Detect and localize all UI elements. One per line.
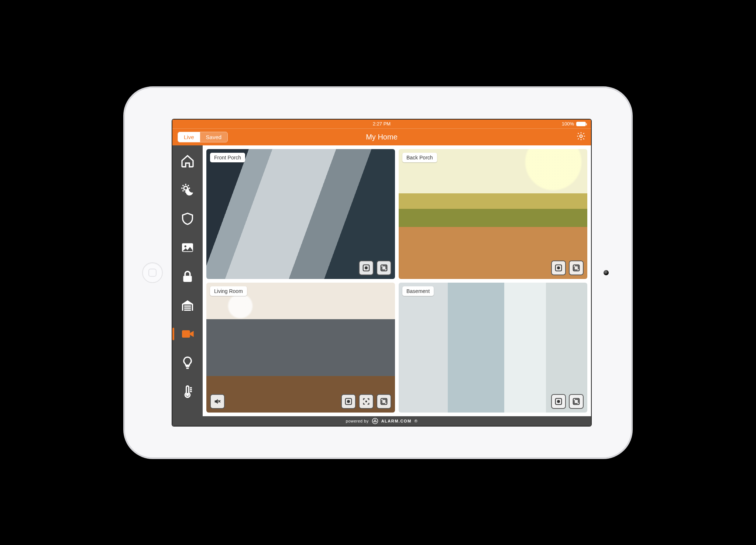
live-saved-segmented: Live Saved <box>178 132 228 142</box>
lightbulb-icon <box>180 355 195 370</box>
expand-button[interactable] <box>377 394 391 409</box>
camera-controls <box>359 261 391 275</box>
record-icon <box>362 264 370 272</box>
status-time: 2:27 PM <box>373 121 391 127</box>
mute-button[interactable] <box>210 394 225 409</box>
svg-rect-4 <box>183 276 192 282</box>
svg-point-14 <box>557 266 560 269</box>
expand-icon <box>572 397 580 406</box>
record-button[interactable] <box>359 261 374 275</box>
camera-label: Living Room <box>210 286 247 296</box>
camera-tile-basement[interactable]: Basement <box>399 283 587 413</box>
footer-brand: ALARM.COM <box>381 419 412 423</box>
record-icon <box>554 264 563 272</box>
focus-button[interactable] <box>359 394 374 409</box>
record-button[interactable] <box>551 261 566 275</box>
sidebar-item-images[interactable] <box>179 239 196 256</box>
garage-icon <box>180 298 195 313</box>
focus-icon <box>362 397 370 406</box>
expand-button[interactable] <box>569 261 584 275</box>
expand-icon <box>572 264 580 272</box>
tab-saved[interactable]: Saved <box>200 132 228 142</box>
record-icon <box>554 397 563 406</box>
svg-rect-8 <box>182 330 190 338</box>
svg-point-3 <box>185 245 186 247</box>
expand-icon <box>380 397 388 406</box>
sidebar-item-garage[interactable] <box>179 297 196 314</box>
registered-mark: ® <box>415 419 418 423</box>
camera-tile-living-room[interactable]: Living Room <box>206 283 395 413</box>
expand-button[interactable] <box>569 394 584 409</box>
content-area: Front Porch Back Porch <box>203 145 591 416</box>
sidebar-item-thermostat[interactable] <box>179 383 196 400</box>
camera-label: Back Porch <box>402 153 437 162</box>
ipad-front-camera <box>604 270 609 275</box>
record-button[interactable] <box>341 394 356 409</box>
camera-grid: Front Porch Back Porch <box>203 145 591 416</box>
alarm-logo-icon <box>372 418 378 424</box>
camera-controls <box>341 394 391 409</box>
svg-point-11 <box>365 266 368 269</box>
sun-moon-icon <box>180 183 195 197</box>
camera-controls <box>551 394 584 409</box>
image-icon <box>180 240 195 255</box>
expand-icon <box>380 264 388 272</box>
sidebar-item-locks[interactable] <box>179 268 196 285</box>
lock-icon <box>180 269 195 284</box>
camera-label: Basement <box>402 286 434 296</box>
video-icon <box>180 327 195 341</box>
svg-point-9 <box>186 393 188 395</box>
header-bar: Live Saved My Home <box>172 128 591 145</box>
footer-powered-by: powered by <box>346 419 369 423</box>
page-title: My Home <box>366 133 398 141</box>
app-body: Front Porch Back Porch <box>172 145 591 416</box>
svg-rect-6 <box>184 307 191 308</box>
record-button[interactable] <box>551 394 566 409</box>
sidebar-item-security[interactable] <box>179 210 196 227</box>
svg-rect-5 <box>184 305 191 306</box>
svg-point-23 <box>372 418 378 424</box>
battery-icon <box>576 122 586 126</box>
camera-tile-back-porch[interactable]: Back Porch <box>399 149 587 279</box>
gear-icon <box>576 131 586 141</box>
camera-label: Front Porch <box>210 153 245 162</box>
record-icon <box>344 397 353 406</box>
sidebar-item-lights[interactable] <box>179 354 196 371</box>
svg-point-0 <box>580 135 583 138</box>
tab-live[interactable]: Live <box>178 132 200 142</box>
camera-controls <box>551 261 584 275</box>
sidebar-item-home[interactable] <box>179 153 196 170</box>
sidebar <box>172 145 203 416</box>
home-icon <box>180 154 195 169</box>
svg-point-17 <box>347 400 350 403</box>
thermostat-icon <box>180 384 195 399</box>
speaker-muted-icon <box>213 397 221 406</box>
camera-tile-front-porch[interactable]: Front Porch <box>206 149 395 279</box>
ipad-frame: 2:27 PM 100% Live Saved My Home <box>123 86 633 459</box>
settings-button[interactable] <box>576 131 586 142</box>
footer-bar: powered by ALARM.COM ® <box>172 416 591 426</box>
sidebar-item-video[interactable] <box>179 325 196 342</box>
svg-rect-7 <box>184 309 191 310</box>
shield-icon <box>180 211 195 226</box>
camera-controls-left <box>210 394 225 409</box>
ipad-home-button[interactable] <box>142 262 163 283</box>
svg-point-18 <box>365 400 367 402</box>
status-battery-text: 100% <box>562 121 574 127</box>
app-screen: 2:27 PM 100% Live Saved My Home <box>172 120 591 426</box>
status-bar: 2:27 PM 100% <box>172 120 591 128</box>
sidebar-item-scenes[interactable] <box>179 182 196 199</box>
expand-button[interactable] <box>377 261 391 275</box>
svg-point-21 <box>557 400 560 403</box>
